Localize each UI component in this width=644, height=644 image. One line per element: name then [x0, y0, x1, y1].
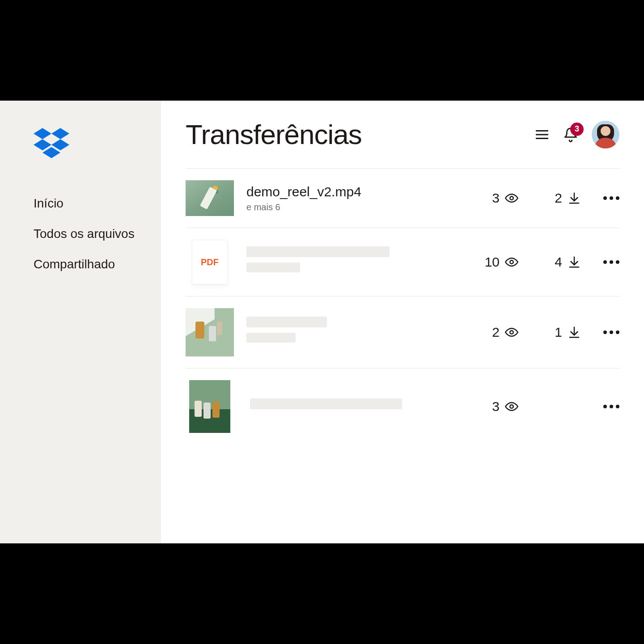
download-icon	[568, 326, 581, 339]
transfer-row[interactable]: demo_reel_v2.mp4 e mais 6 3 2	[186, 169, 619, 228]
views-stat: 10	[478, 254, 518, 270]
eye-icon	[505, 326, 518, 339]
views-count: 2	[492, 325, 500, 340]
download-icon	[568, 255, 581, 269]
eye-icon	[505, 400, 518, 413]
file-info: demo_reel_v2.mp4 e mais 6	[246, 184, 478, 212]
transfer-row[interactable]: 2 1	[186, 297, 619, 369]
downloads-count: 1	[555, 325, 562, 340]
transfer-row[interactable]: PDF 10 4	[186, 228, 619, 297]
more-actions-icon[interactable]	[603, 330, 619, 334]
downloads-stat: 1	[541, 325, 581, 340]
notification-badge: 3	[570, 123, 584, 136]
file-thumbnail: PDF	[186, 240, 234, 284]
file-thumbnail	[189, 380, 230, 433]
page-title: Transferências	[186, 119, 362, 150]
header: Transferências 3	[186, 119, 619, 150]
file-thumbnail	[186, 308, 234, 356]
placeholder-text	[246, 317, 327, 327]
pdf-icon: PDF	[192, 240, 228, 284]
placeholder-text	[250, 398, 402, 409]
sidebar: Início Todos os arquivos Compartilhado	[0, 101, 161, 543]
row-stats: 2 1	[478, 325, 581, 340]
views-stat: 3	[478, 191, 518, 206]
more-actions-icon[interactable]	[603, 405, 619, 408]
row-stats: 3 2	[478, 191, 581, 206]
sidebar-item-shared[interactable]: Compartilhado	[34, 257, 143, 271]
dropbox-logo-icon[interactable]	[34, 127, 143, 161]
placeholder-text	[246, 333, 296, 343]
file-subtitle: e mais 6	[246, 202, 478, 212]
main-content: Transferências 3	[161, 101, 644, 543]
eye-icon	[505, 255, 518, 269]
sidebar-item-all-files[interactable]: Todos os arquivos	[34, 227, 143, 241]
avatar[interactable]	[592, 121, 619, 148]
row-stats: 10 4	[478, 254, 581, 270]
svg-point-3	[510, 196, 513, 200]
file-info	[246, 246, 478, 278]
file-info	[250, 398, 478, 415]
row-stats: 3	[478, 399, 581, 414]
file-thumbnail	[186, 180, 234, 216]
views-stat: 3	[478, 399, 518, 414]
app-window: Início Todos os arquivos Compartilhado T…	[0, 101, 644, 543]
more-actions-icon[interactable]	[603, 260, 619, 264]
pdf-badge-label: PDF	[201, 257, 219, 267]
sidebar-item-home[interactable]: Início	[34, 196, 143, 211]
downloads-stat: 2	[541, 191, 581, 206]
menu-icon[interactable]	[534, 127, 550, 142]
svg-point-6	[510, 405, 513, 408]
transfer-row[interactable]: 3	[186, 369, 619, 445]
svg-point-4	[510, 260, 513, 264]
views-count: 10	[485, 254, 500, 270]
views-count: 3	[492, 399, 500, 414]
file-name: demo_reel_v2.mp4	[246, 184, 478, 199]
download-icon	[568, 191, 581, 205]
views-stat: 2	[478, 325, 518, 340]
downloads-count: 4	[555, 254, 562, 270]
placeholder-text	[246, 263, 300, 272]
downloads-stat: 4	[541, 254, 581, 270]
downloads-count: 2	[555, 191, 562, 206]
eye-icon	[505, 191, 518, 205]
notifications-icon[interactable]: 3	[563, 127, 578, 142]
header-actions: 3	[534, 121, 619, 148]
views-count: 3	[492, 191, 500, 206]
more-actions-icon[interactable]	[603, 196, 619, 200]
placeholder-text	[246, 246, 390, 257]
svg-point-5	[510, 330, 513, 334]
file-info	[246, 317, 478, 348]
